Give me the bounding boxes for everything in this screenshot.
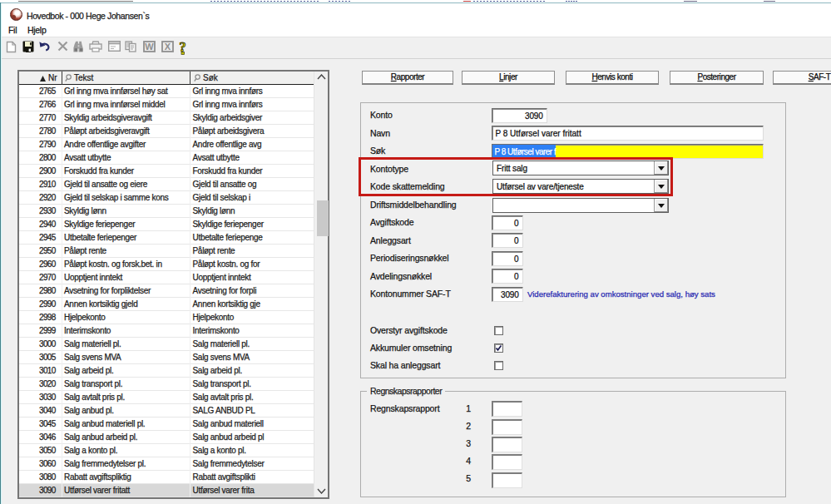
svg-text:W: W xyxy=(145,42,154,52)
svg-text:X: X xyxy=(165,42,171,52)
